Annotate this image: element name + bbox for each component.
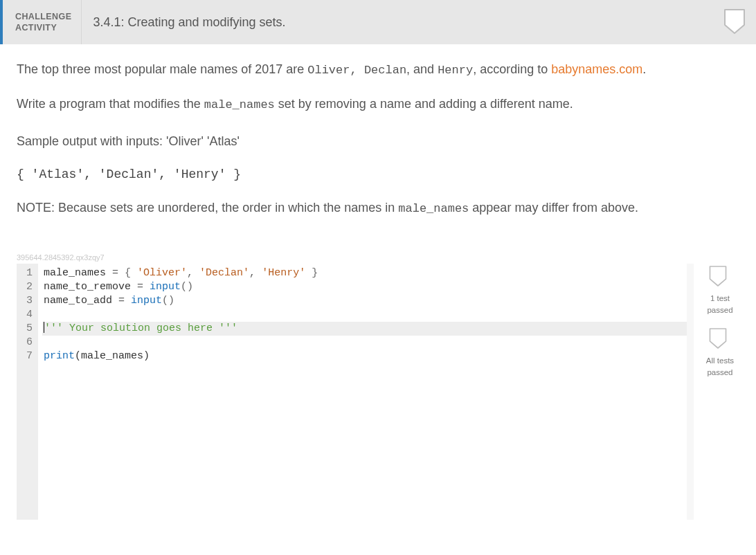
page: CHALLENGE ACTIVITY 3.4.1: Creating and m… (0, 0, 756, 555)
intro-period: . (642, 62, 646, 76)
l7-fn: print (44, 350, 75, 362)
activity-title: 3.4.1: Creating and modifying sets. (82, 0, 285, 44)
sample-output: { 'Atlas', 'Declan', 'Henry' } (17, 165, 739, 184)
gutter-2: 2 (26, 280, 33, 294)
l1-c1: , (187, 267, 199, 279)
all-tests-status: All tests passed (706, 327, 734, 377)
l3-fn: input (131, 295, 162, 307)
l1-c2: , (249, 267, 262, 279)
line-gutter: 1 2 3 4 5 6 7 (17, 264, 38, 520)
checkbox-icon (708, 265, 732, 291)
test-status-sidebar: 1 test passed All tests passed (701, 264, 739, 520)
sample-label: Sample output with inputs: 'Oliver' 'Atl… (17, 131, 739, 151)
intro-sep1: , (350, 64, 363, 77)
l1-eq: = (106, 267, 125, 279)
task-paragraph: Write a program that modifies the male_n… (17, 94, 739, 115)
instructions: The top three most popular male names of… (0, 44, 756, 219)
all-tests-line2: passed (707, 367, 732, 377)
l2-eq: = (131, 281, 150, 293)
intro-paragraph: The top three most popular male names of… (17, 60, 739, 80)
task-post: set by removing a name and adding a diff… (275, 97, 573, 111)
l1-s3: 'Henry' (262, 267, 305, 279)
bookmark-icon[interactable] (723, 8, 746, 37)
note-pre: NOTE: Because sets are unordered, the or… (17, 201, 398, 215)
l2-fn: input (150, 281, 181, 293)
all-tests-line1: All tests (706, 356, 734, 365)
l1-s2: 'Declan' (199, 267, 249, 279)
checkbox-icon (708, 327, 732, 354)
intro-post: , according to (473, 62, 551, 76)
code-editor[interactable]: 1 2 3 4 5 6 7 male_names = { 'Oliver', '… (17, 264, 694, 520)
one-test-status: 1 test passed (707, 265, 732, 315)
code-line-3[interactable]: name_to_add = input() (42, 294, 687, 308)
code-line-1[interactable]: male_names = { 'Oliver', 'Declan', 'Henr… (42, 266, 687, 280)
gutter-7: 7 (26, 349, 33, 363)
gutter-4: 4 (26, 308, 33, 322)
note-post: appear may differ from above. (469, 201, 638, 215)
code-body[interactable]: male_names = { 'Oliver', 'Declan', 'Henr… (38, 264, 687, 520)
activity-header: CHALLENGE ACTIVITY 3.4.1: Creating and m… (0, 0, 756, 44)
intro-sep2: , and (406, 62, 438, 76)
code-line-5[interactable]: ''' Your solution goes here ''' (42, 322, 687, 336)
l3-par: () (162, 295, 174, 307)
babynames-link[interactable]: babynames.com (551, 62, 642, 76)
l2-par: () (181, 281, 193, 293)
gutter-3: 3 (26, 294, 33, 308)
challenge-badge: CHALLENGE ACTIVITY (3, 0, 82, 44)
code-line-4[interactable] (42, 308, 687, 322)
task-code: male_names (204, 98, 275, 111)
l2-var: name_to_remove (44, 281, 131, 293)
intro-name3: Henry (438, 64, 473, 77)
code-line-6[interactable] (42, 336, 687, 349)
gutter-1: 1 (26, 266, 33, 280)
intro-name2: Declan (364, 64, 406, 77)
l3-var: name_to_add (44, 295, 112, 307)
gutter-6: 6 (26, 336, 33, 349)
l3-eq: = (112, 295, 131, 307)
l1-brace2: } (305, 267, 318, 279)
l1-var: male_names (44, 267, 106, 279)
note-paragraph: NOTE: Because sets are unordered, the or… (17, 198, 739, 219)
intro-name1: Oliver (307, 64, 350, 77)
l7-arg: (male_names) (75, 350, 150, 362)
code-line-7[interactable]: print(male_names) (42, 349, 687, 363)
l5-comment: ''' Your solution goes here ''' (44, 322, 237, 334)
code-line-2[interactable]: name_to_remove = input() (42, 280, 687, 294)
task-pre: Write a program that modifies the (17, 97, 204, 111)
intro-pre: The top three most popular male names of… (17, 62, 307, 76)
l1-brace: { (125, 267, 137, 279)
editor-area: 1 2 3 4 5 6 7 male_names = { 'Oliver', '… (0, 264, 756, 520)
gutter-5: 5 (26, 322, 33, 336)
one-test-line2: passed (707, 305, 732, 315)
note-code: male_names (398, 202, 469, 215)
l1-s1: 'Oliver' (137, 267, 187, 279)
badge-line-1: CHALLENGE (15, 11, 71, 22)
one-test-line1: 1 test (710, 293, 730, 303)
badge-line-2: ACTIVITY (15, 22, 71, 33)
watermark-id: 395644.2845392.qx3zqy7 (17, 253, 756, 262)
